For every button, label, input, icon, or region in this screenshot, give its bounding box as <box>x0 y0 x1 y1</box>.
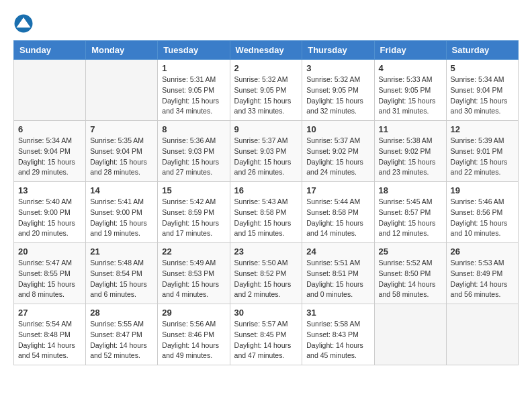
day-info: Sunrise: 5:46 AMSunset: 8:56 PMDaylight:… <box>451 197 514 239</box>
day-info: Sunrise: 5:57 AMSunset: 8:45 PMDaylight:… <box>234 319 298 361</box>
day-info: Sunrise: 5:31 AMSunset: 9:05 PMDaylight:… <box>162 75 225 117</box>
day-number: 11 <box>379 124 442 134</box>
day-cell: 20Sunrise: 5:47 AMSunset: 8:55 PMDayligh… <box>14 243 86 304</box>
day-number: 3 <box>306 63 369 73</box>
day-cell: 9Sunrise: 5:37 AMSunset: 9:03 PMDaylight… <box>230 121 302 182</box>
weekday-header-tuesday: Tuesday <box>158 41 230 60</box>
day-number: 19 <box>451 185 514 195</box>
day-info: Sunrise: 5:45 AMSunset: 8:57 PMDaylight:… <box>379 197 442 239</box>
day-number: 28 <box>90 308 153 318</box>
day-info: Sunrise: 5:55 AMSunset: 8:47 PMDaylight:… <box>90 319 153 361</box>
day-number: 16 <box>234 185 298 195</box>
day-cell: 2Sunrise: 5:32 AMSunset: 9:05 PMDaylight… <box>230 60 302 121</box>
weekday-header-wednesday: Wednesday <box>230 41 302 60</box>
day-cell: 26Sunrise: 5:53 AMSunset: 8:49 PMDayligh… <box>446 243 518 304</box>
day-number: 27 <box>18 308 81 318</box>
day-number: 1 <box>162 63 225 73</box>
day-info: Sunrise: 5:35 AMSunset: 9:04 PMDaylight:… <box>90 136 153 178</box>
day-cell: 19Sunrise: 5:46 AMSunset: 8:56 PMDayligh… <box>446 182 518 243</box>
weekday-header-sunday: Sunday <box>14 41 86 60</box>
week-row-2: 6Sunrise: 5:34 AMSunset: 9:04 PMDaylight… <box>14 121 519 182</box>
day-info: Sunrise: 5:40 AMSunset: 9:00 PMDaylight:… <box>18 197 81 239</box>
day-number: 30 <box>234 308 298 318</box>
day-info: Sunrise: 5:34 AMSunset: 9:04 PMDaylight:… <box>18 136 81 178</box>
day-info: Sunrise: 5:39 AMSunset: 9:01 PMDaylight:… <box>451 136 514 178</box>
day-number: 9 <box>234 124 298 134</box>
day-info: Sunrise: 5:48 AMSunset: 8:54 PMDaylight:… <box>90 258 153 300</box>
day-number: 17 <box>306 185 369 195</box>
day-number: 6 <box>18 124 81 134</box>
day-cell: 14Sunrise: 5:41 AMSunset: 9:00 PMDayligh… <box>86 182 158 243</box>
day-cell: 21Sunrise: 5:48 AMSunset: 8:54 PMDayligh… <box>86 243 158 304</box>
day-cell <box>374 304 446 365</box>
day-cell: 6Sunrise: 5:34 AMSunset: 9:04 PMDaylight… <box>14 121 86 182</box>
day-number: 5 <box>451 63 514 73</box>
day-number: 22 <box>162 246 225 257</box>
calendar: SundayMondayTuesdayWednesdayThursdayFrid… <box>13 40 519 365</box>
week-row-3: 13Sunrise: 5:40 AMSunset: 9:00 PMDayligh… <box>14 182 519 243</box>
day-number: 18 <box>379 185 442 195</box>
day-cell: 30Sunrise: 5:57 AMSunset: 8:45 PMDayligh… <box>230 304 302 365</box>
day-number: 2 <box>234 63 298 73</box>
day-info: Sunrise: 5:53 AMSunset: 8:49 PMDaylight:… <box>451 258 514 300</box>
day-info: Sunrise: 5:54 AMSunset: 8:48 PMDaylight:… <box>18 319 81 361</box>
day-number: 21 <box>90 246 153 257</box>
day-cell: 3Sunrise: 5:32 AMSunset: 9:05 PMDaylight… <box>302 60 374 121</box>
weekday-header-friday: Friday <box>374 41 446 60</box>
day-info: Sunrise: 5:42 AMSunset: 8:59 PMDaylight:… <box>162 197 225 239</box>
day-info: Sunrise: 5:38 AMSunset: 9:02 PMDaylight:… <box>379 136 442 178</box>
day-cell: 8Sunrise: 5:36 AMSunset: 9:03 PMDaylight… <box>158 121 230 182</box>
day-cell <box>446 304 518 365</box>
day-cell: 28Sunrise: 5:55 AMSunset: 8:47 PMDayligh… <box>86 304 158 365</box>
day-number: 4 <box>379 63 442 73</box>
day-cell <box>14 60 86 121</box>
day-cell: 18Sunrise: 5:45 AMSunset: 8:57 PMDayligh… <box>374 182 446 243</box>
weekday-header-monday: Monday <box>86 41 158 60</box>
day-cell: 15Sunrise: 5:42 AMSunset: 8:59 PMDayligh… <box>158 182 230 243</box>
day-number: 23 <box>234 246 298 257</box>
day-number: 7 <box>90 124 153 134</box>
day-cell: 29Sunrise: 5:56 AMSunset: 8:46 PMDayligh… <box>158 304 230 365</box>
day-info: Sunrise: 5:43 AMSunset: 8:58 PMDaylight:… <box>234 197 298 239</box>
day-cell: 27Sunrise: 5:54 AMSunset: 8:48 PMDayligh… <box>14 304 86 365</box>
week-row-5: 27Sunrise: 5:54 AMSunset: 8:48 PMDayligh… <box>14 304 519 365</box>
day-info: Sunrise: 5:32 AMSunset: 9:05 PMDaylight:… <box>306 75 369 117</box>
day-cell: 12Sunrise: 5:39 AMSunset: 9:01 PMDayligh… <box>446 121 518 182</box>
day-info: Sunrise: 5:56 AMSunset: 8:46 PMDaylight:… <box>162 319 225 361</box>
header <box>13 13 519 34</box>
weekday-header-thursday: Thursday <box>302 41 374 60</box>
day-cell: 25Sunrise: 5:52 AMSunset: 8:50 PMDayligh… <box>374 243 446 304</box>
day-number: 8 <box>162 124 225 134</box>
day-cell: 1Sunrise: 5:31 AMSunset: 9:05 PMDaylight… <box>158 60 230 121</box>
logo-icon <box>13 13 34 34</box>
day-cell <box>86 60 158 121</box>
day-number: 13 <box>18 185 81 195</box>
day-info: Sunrise: 5:33 AMSunset: 9:05 PMDaylight:… <box>379 75 442 117</box>
day-info: Sunrise: 5:37 AMSunset: 9:03 PMDaylight:… <box>234 136 298 178</box>
logo <box>13 13 36 34</box>
day-number: 15 <box>162 185 225 195</box>
day-info: Sunrise: 5:58 AMSunset: 8:43 PMDaylight:… <box>306 319 369 361</box>
week-row-1: 1Sunrise: 5:31 AMSunset: 9:05 PMDaylight… <box>14 60 519 121</box>
day-info: Sunrise: 5:34 AMSunset: 9:04 PMDaylight:… <box>451 75 514 117</box>
day-number: 26 <box>451 246 514 257</box>
day-number: 29 <box>162 308 225 318</box>
day-info: Sunrise: 5:41 AMSunset: 9:00 PMDaylight:… <box>90 197 153 239</box>
day-info: Sunrise: 5:51 AMSunset: 8:51 PMDaylight:… <box>306 258 369 300</box>
day-cell: 13Sunrise: 5:40 AMSunset: 9:00 PMDayligh… <box>14 182 86 243</box>
day-info: Sunrise: 5:49 AMSunset: 8:53 PMDaylight:… <box>162 258 225 300</box>
day-info: Sunrise: 5:50 AMSunset: 8:52 PMDaylight:… <box>234 258 298 300</box>
day-number: 25 <box>379 246 442 257</box>
day-cell: 7Sunrise: 5:35 AMSunset: 9:04 PMDaylight… <box>86 121 158 182</box>
day-info: Sunrise: 5:47 AMSunset: 8:55 PMDaylight:… <box>18 258 81 300</box>
day-cell: 17Sunrise: 5:44 AMSunset: 8:58 PMDayligh… <box>302 182 374 243</box>
day-cell: 5Sunrise: 5:34 AMSunset: 9:04 PMDaylight… <box>446 60 518 121</box>
day-info: Sunrise: 5:32 AMSunset: 9:05 PMDaylight:… <box>234 75 298 117</box>
day-cell: 24Sunrise: 5:51 AMSunset: 8:51 PMDayligh… <box>302 243 374 304</box>
day-number: 12 <box>451 124 514 134</box>
day-number: 10 <box>306 124 369 134</box>
day-info: Sunrise: 5:36 AMSunset: 9:03 PMDaylight:… <box>162 136 225 178</box>
weekday-header-saturday: Saturday <box>446 41 518 60</box>
day-info: Sunrise: 5:44 AMSunset: 8:58 PMDaylight:… <box>306 197 369 239</box>
day-cell: 10Sunrise: 5:37 AMSunset: 9:02 PMDayligh… <box>302 121 374 182</box>
